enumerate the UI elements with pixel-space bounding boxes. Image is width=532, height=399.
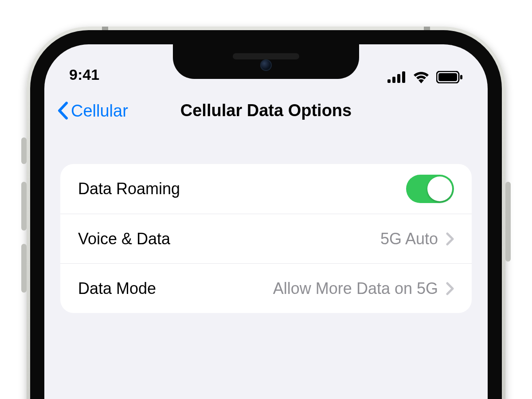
cellular-signal-icon	[387, 71, 406, 83]
row-label: Voice & Data	[78, 230, 170, 248]
status-right-cluster	[387, 71, 463, 83]
row-label: Data Roaming	[78, 180, 180, 198]
toggle-knob	[427, 176, 452, 201]
chevron-left-icon	[57, 102, 69, 120]
row-value: 5G Auto	[380, 230, 438, 248]
phone-device-frame: 9:41	[27, 27, 505, 399]
phone-screen: 9:41	[44, 44, 488, 399]
volume-down-button	[21, 244, 27, 293]
svg-rect-2	[397, 74, 400, 83]
row-value: Allow More Data on 5G	[273, 279, 438, 298]
mute-switch	[21, 137, 27, 164]
power-button	[505, 182, 511, 262]
svg-rect-3	[402, 71, 405, 83]
status-time: 9:41	[69, 66, 158, 83]
display-notch	[173, 44, 359, 79]
row-label: Data Mode	[78, 279, 156, 298]
wifi-icon	[412, 71, 430, 83]
back-button[interactable]: Cellular	[57, 101, 128, 120]
chevron-right-icon	[446, 282, 454, 295]
row-data-mode[interactable]: Data Mode Allow More Data on 5G	[60, 263, 472, 313]
svg-rect-5	[438, 73, 457, 81]
data-roaming-toggle[interactable]	[406, 175, 454, 203]
volume-up-button	[21, 182, 27, 231]
front-camera	[260, 59, 272, 71]
svg-rect-1	[392, 77, 395, 83]
battery-icon	[436, 71, 463, 83]
back-label: Cellular	[71, 101, 128, 120]
earpiece-speaker	[233, 53, 299, 59]
chevron-right-icon	[446, 232, 454, 246]
row-voice-and-data[interactable]: Voice & Data 5G Auto	[60, 214, 472, 263]
row-data-roaming[interactable]: Data Roaming	[60, 164, 472, 214]
svg-rect-6	[460, 75, 462, 79]
svg-rect-0	[387, 79, 391, 83]
navigation-bar: Cellular Cellular Data Options	[44, 89, 488, 133]
settings-list: Data Roaming Voice & Data 5G Auto	[60, 164, 472, 313]
